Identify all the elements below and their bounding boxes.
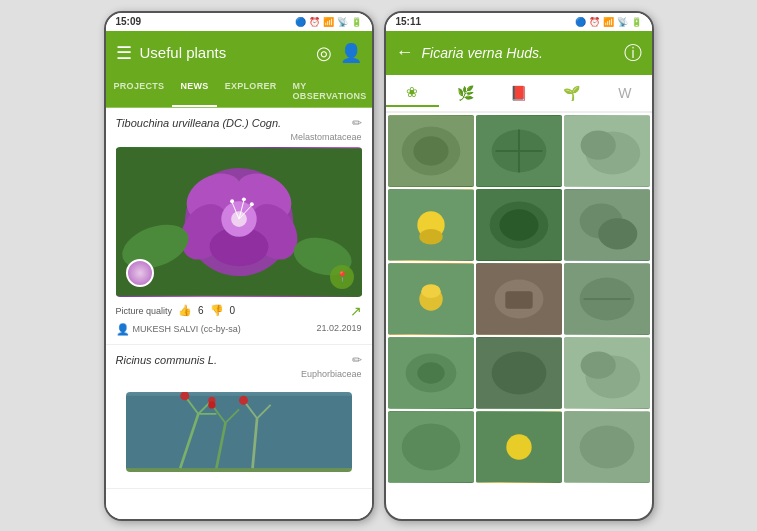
photo-cell-6[interactable] [564,189,650,261]
plant-meta-1: Picture quality 👍 6 👎 0 ↗ [116,303,362,319]
right-status-bar: 15:11 🔵 ⏰ 📶 📡 🔋 [386,13,652,31]
svg-point-53 [421,284,441,298]
right-time: 15:11 [396,16,422,27]
quality-row: Picture quality 👍 6 👎 0 [116,304,236,317]
edit-icon-1[interactable]: ✏ [352,116,362,130]
battery-icon: 🔋 [351,17,362,27]
svg-point-31 [239,395,248,404]
svg-point-41 [580,130,615,159]
svg-rect-17 [126,395,352,467]
thumb-down-count: 0 [230,305,236,316]
quality-label: Picture quality [116,306,173,316]
left-time: 15:09 [116,16,142,27]
r-bluetooth-icon: 🔵 [575,17,586,27]
thumb-up-icon[interactable]: 👍 [178,304,192,317]
svg-point-69 [401,423,460,470]
photo-cell-3[interactable] [564,115,650,187]
photo-cell-15[interactable] [564,411,650,483]
person-icon: 👤 [116,323,130,336]
thumb-down-icon[interactable]: 👎 [210,304,224,317]
svg-point-73 [579,425,634,468]
back-icon[interactable]: ← [396,42,414,63]
author-info: 👤 MUKESH SALVI (cc-by-sa) [116,323,241,336]
wifi-icon: 📡 [337,17,348,27]
tab-news[interactable]: NEWS [172,75,216,107]
plant-image-1: 📍 [116,147,362,297]
tab-projects[interactable]: PROJECTS [106,75,173,107]
profile-icon[interactable]: 👤 [340,42,362,64]
author-row: 👤 MUKESH SALVI (cc-by-sa) 21.02.2019 [116,323,362,336]
tab-photos[interactable]: ❀ [386,79,439,107]
svg-point-30 [208,401,215,408]
tab-my-observations[interactable]: MY OBSERVATIONS [285,75,374,107]
plant-card-1: Tibouchina urvilleana (DC.) Cogn. ✏ Mela… [106,108,372,345]
r-alarm-icon: ⏰ [589,17,600,27]
left-content: Tibouchina urvilleana (DC.) Cogn. ✏ Mela… [106,108,372,519]
plant-name-2: Ricinus communis L. [116,354,217,366]
r-wifi-icon: 📡 [617,17,628,27]
photo-cell-4[interactable] [388,189,474,261]
photo-grid [386,113,652,485]
svg-rect-56 [505,291,532,309]
svg-point-13 [241,197,245,201]
photo-cell-2[interactable] [476,115,562,187]
svg-point-44 [419,228,442,244]
tab-leaves[interactable]: 🌿 [439,79,492,107]
plant-family-1: Melastomataceae [116,132,362,142]
plant-name-1: Tibouchina urvilleana (DC.) Cogn. [116,117,282,129]
r-signal-icon: 📶 [603,17,614,27]
plant-title-row-2: Ricinus communis L. ✏ [116,353,362,367]
right-phone: 15:11 🔵 ⏰ 📶 📡 🔋 ← Ficaria verna Huds. ⓘ … [384,11,654,521]
edit-icon-2[interactable]: ✏ [352,353,362,367]
second-plant-image [116,384,362,480]
left-app-header: ☰ Useful plants ◎ 👤 [106,31,372,75]
app-title: Useful plants [140,44,308,61]
ricinus-photo [126,392,352,472]
photo-cell-10[interactable] [388,337,474,409]
right-app-header: ← Ficaria verna Huds. ⓘ [386,31,652,75]
species-title: Ficaria verna Huds. [422,45,616,61]
bluetooth-icon: 🔵 [295,17,306,27]
svg-point-62 [417,362,444,384]
photo-cell-9[interactable] [564,263,650,335]
photo-cell-11[interactable] [476,337,562,409]
location-icon[interactable]: ◎ [316,42,332,64]
right-icon-tabs: ❀ 🌿 📕 🌱 W [386,75,652,113]
alarm-icon: ⏰ [309,17,320,27]
tab-book[interactable]: 📕 [492,79,545,107]
thumb-up-count: 6 [198,305,204,316]
plant-title-row-1: Tibouchina urvilleana (DC.) Cogn. ✏ [116,116,362,130]
menu-icon[interactable]: ☰ [116,42,132,64]
r-battery-icon: 🔋 [631,17,642,27]
tab-explorer[interactable]: EXPLORER [217,75,285,107]
plant-family-2: Euphorbiaceae [116,369,362,379]
tab-plant[interactable]: 🌱 [545,79,598,107]
flower-badge [126,259,154,287]
left-status-bar: 15:09 🔵 ⏰ 📶 📡 🔋 [106,13,372,31]
photo-cell-14[interactable] [476,411,562,483]
svg-point-67 [580,351,615,378]
svg-point-14 [249,202,253,206]
photo-cell-12[interactable] [564,337,650,409]
left-phone: 15:09 🔵 ⏰ 📶 📡 🔋 ☰ Useful plants ◎ 👤 PROJ… [104,11,374,521]
photo-cell-8[interactable] [476,263,562,335]
share-icon[interactable]: ↗ [350,303,362,319]
signal-icon: 📶 [323,17,334,27]
map-pin-icon: 📍 [330,265,354,289]
date-label: 21.02.2019 [316,323,361,336]
photo-cell-1[interactable] [388,115,474,187]
svg-point-71 [506,434,531,459]
svg-point-12 [230,199,234,203]
svg-point-34 [413,136,448,165]
left-status-icons: 🔵 ⏰ 📶 📡 🔋 [295,17,362,27]
author-name: MUKESH SALVI (cc-by-sa) [133,324,241,334]
svg-point-64 [491,351,546,394]
right-status-icons: 🔵 ⏰ 📶 📡 🔋 [575,17,642,27]
info-icon[interactable]: ⓘ [624,41,642,65]
left-nav-tabs: PROJECTS NEWS EXPLORER MY OBSERVATIONS [106,75,372,108]
photo-cell-7[interactable] [388,263,474,335]
photo-cell-5[interactable] [476,189,562,261]
photo-cell-13[interactable] [388,411,474,483]
svg-point-47 [499,209,538,240]
tab-wikipedia[interactable]: W [598,79,651,107]
